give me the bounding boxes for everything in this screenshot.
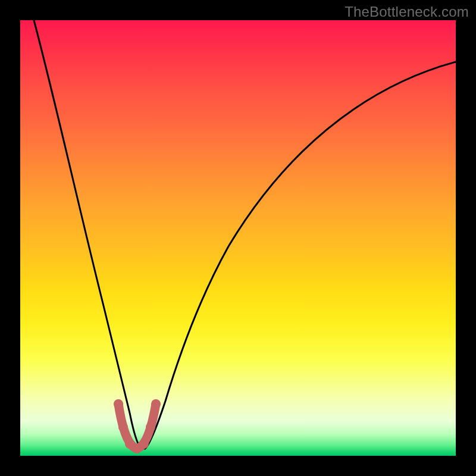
svg-point-1 bbox=[118, 422, 128, 432]
watermark-text: TheBottleneck.com bbox=[345, 4, 469, 20]
chart-svg bbox=[20, 20, 456, 456]
marker-dots bbox=[114, 399, 161, 453]
plot-area bbox=[20, 20, 456, 456]
svg-point-0 bbox=[114, 399, 123, 409]
svg-point-4 bbox=[139, 439, 149, 449]
bottleneck-curve bbox=[34, 20, 456, 449]
svg-point-5 bbox=[146, 422, 155, 432]
chart-frame: TheBottleneck.com bbox=[0, 0, 476, 476]
svg-point-6 bbox=[151, 399, 161, 409]
